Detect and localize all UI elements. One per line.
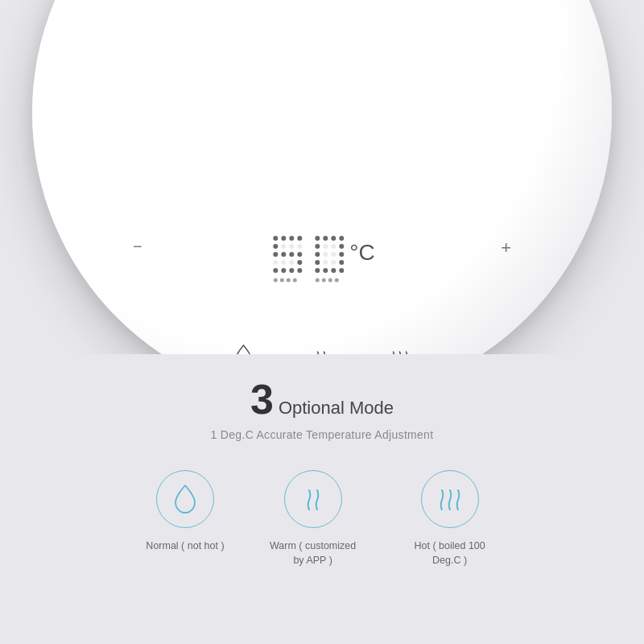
svg-point-42 — [331, 268, 336, 273]
svg-point-26 — [331, 236, 336, 241]
normal-mode-circle — [156, 470, 214, 528]
svg-point-3 — [297, 236, 302, 241]
hot-mode-circle — [421, 470, 479, 528]
warm-steam-icon — [299, 484, 328, 514]
svg-point-25 — [323, 236, 328, 241]
warm-mode-circle — [284, 470, 342, 528]
svg-point-4 — [273, 244, 278, 249]
svg-point-6 — [289, 244, 294, 249]
svg-point-19 — [297, 268, 302, 273]
hot-mode-label: Hot ( boiled 100 Deg.C ) — [402, 539, 498, 568]
svg-point-23 — [293, 279, 297, 283]
svg-point-11 — [297, 252, 302, 257]
svg-point-45 — [322, 279, 326, 283]
svg-point-9 — [281, 252, 286, 257]
minus-button[interactable]: − — [133, 237, 142, 256]
svg-point-24 — [315, 236, 320, 241]
temperature-display: °C — [269, 233, 374, 287]
bottom-section: 3 Optional Mode 1 Deg.C Accurate Tempera… — [0, 354, 644, 644]
svg-point-22 — [287, 279, 291, 283]
svg-point-30 — [331, 244, 336, 249]
mode-card-hot: Hot ( boiled 100 Deg.C ) — [402, 470, 498, 568]
svg-point-43 — [339, 268, 344, 273]
svg-point-39 — [339, 260, 344, 265]
svg-point-41 — [323, 268, 328, 273]
minus-label: − — [133, 237, 142, 255]
plus-label: + — [501, 237, 511, 258]
warm-mode-label: Warm ( customized by APP ) — [265, 539, 361, 568]
svg-point-21 — [280, 279, 284, 283]
svg-point-38 — [331, 260, 336, 265]
svg-point-8 — [273, 252, 278, 257]
svg-point-47 — [335, 279, 339, 283]
plus-button[interactable]: + — [501, 237, 511, 258]
svg-point-0 — [273, 236, 278, 241]
svg-point-27 — [339, 236, 344, 241]
svg-point-7 — [297, 244, 302, 249]
dot-matrix — [269, 233, 346, 287]
mode-count: 3 — [250, 378, 274, 420]
svg-point-17 — [281, 268, 286, 273]
svg-point-20 — [274, 279, 278, 283]
svg-point-12 — [273, 260, 278, 265]
svg-point-15 — [297, 260, 302, 265]
svg-point-31 — [339, 244, 344, 249]
modes-row: Normal ( not hot ) Warm ( customized by … — [146, 470, 497, 568]
svg-point-44 — [316, 279, 320, 283]
svg-point-10 — [289, 252, 294, 257]
subtitle-text: 1 Deg.C Accurate Temperature Adjustment — [211, 428, 434, 441]
svg-point-16 — [273, 268, 278, 273]
optional-mode-line: 3 Optional Mode — [250, 378, 394, 420]
svg-point-13 — [281, 260, 286, 265]
celsius-symbol: °C — [349, 240, 374, 266]
svg-point-40 — [315, 268, 320, 273]
hot-steam-icon — [434, 484, 466, 514]
normal-mode-label: Normal ( not hot ) — [146, 539, 224, 554]
svg-point-18 — [289, 268, 294, 273]
svg-point-2 — [289, 236, 294, 241]
svg-point-32 — [315, 252, 320, 257]
mode-card-normal: Normal ( not hot ) — [146, 470, 224, 554]
normal-drop-icon — [171, 484, 199, 514]
svg-point-29 — [323, 244, 328, 249]
optional-mode-text: Optional Mode — [279, 398, 394, 419]
svg-point-35 — [339, 252, 344, 257]
digit-5-svg — [269, 233, 304, 287]
svg-point-46 — [328, 279, 332, 283]
mode-card-warm: Warm ( customized by APP ) — [265, 470, 361, 568]
svg-point-33 — [323, 252, 328, 257]
svg-point-28 — [315, 244, 320, 249]
svg-point-34 — [331, 252, 336, 257]
svg-point-14 — [289, 260, 294, 265]
svg-point-37 — [323, 260, 328, 265]
digit-0-svg — [311, 233, 346, 287]
svg-point-1 — [281, 236, 286, 241]
svg-point-36 — [315, 260, 320, 265]
svg-point-5 — [281, 244, 286, 249]
